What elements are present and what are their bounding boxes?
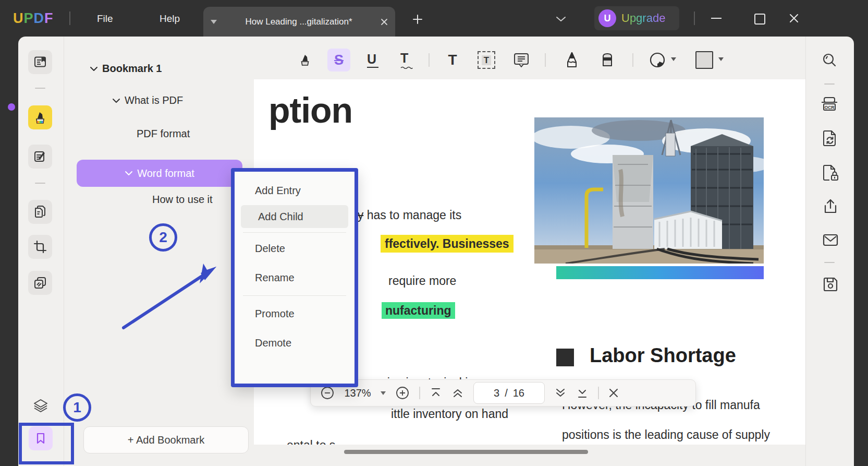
doc-line-4-highlight-green: nufacturing xyxy=(382,304,455,318)
tab-dropdown-icon[interactable] xyxy=(211,20,217,24)
zoom-level-value: 137% xyxy=(344,387,371,399)
reader-mode-icon[interactable] xyxy=(28,50,52,74)
file-menu[interactable]: File xyxy=(97,13,113,25)
tab-close-icon[interactable] xyxy=(381,18,388,26)
document-tab[interactable]: How Leading ...gitalization* xyxy=(203,7,395,37)
menu-item-demote[interactable]: Demote xyxy=(238,331,351,354)
menu-item-delete[interactable]: Delete xyxy=(238,237,351,260)
ocr-icon[interactable]: OCR xyxy=(821,95,838,113)
help-menu[interactable]: Help xyxy=(160,13,180,25)
current-page: 3 xyxy=(494,387,499,399)
crop-pages-icon[interactable] xyxy=(28,235,52,259)
chevron-down-icon[interactable] xyxy=(125,171,133,176)
doc-right-line-2: positions is the leading cause of supply xyxy=(562,428,770,442)
titlebar-divider xyxy=(69,11,70,25)
last-page-button[interactable] xyxy=(576,387,589,399)
search-icon[interactable] xyxy=(822,52,837,68)
zoom-out-button[interactable] xyxy=(320,386,335,400)
save-icon[interactable] xyxy=(823,277,838,292)
email-icon[interactable] xyxy=(822,233,839,247)
step-1-badge: 1 xyxy=(63,393,91,422)
sticker-tool-icon[interactable] xyxy=(646,49,669,71)
right-rail-divider-1 xyxy=(824,83,835,85)
bookmark-item-what-is-pdf[interactable]: What is PDF xyxy=(112,94,183,106)
pager-separator-1 xyxy=(419,387,420,399)
rail-divider-1 xyxy=(35,88,45,89)
doc-line-3: require more xyxy=(388,274,456,288)
horizontal-scrollbar[interactable] xyxy=(344,450,588,454)
eraser-tool-icon[interactable] xyxy=(596,49,619,71)
bookmark-item-how-to-use-it[interactable]: How to use it xyxy=(152,194,213,206)
bookmark-context-menu: Add Entry Add Child Delete Rename Promot… xyxy=(231,168,358,387)
chevron-down-icon[interactable] xyxy=(90,66,98,71)
underline-tool-icon[interactable]: U xyxy=(361,49,384,71)
text-tool-icon[interactable]: T xyxy=(441,49,464,71)
menu-separator-2 xyxy=(243,295,346,296)
right-rail-divider-2 xyxy=(824,262,835,263)
new-tab-button[interactable] xyxy=(413,15,422,24)
next-page-button[interactable] xyxy=(554,387,567,399)
panel-indicator-dot xyxy=(8,103,15,111)
tab-title: How Leading ...gitalization* xyxy=(223,17,374,27)
step-1-highlight-rect xyxy=(19,423,74,464)
maximize-button[interactable] xyxy=(754,14,765,25)
pager-separator-2 xyxy=(598,387,599,399)
first-page-button[interactable] xyxy=(430,387,442,399)
user-avatar[interactable]: U xyxy=(598,9,616,27)
doc-heading-partial: ption xyxy=(268,90,352,130)
pencil-tool-icon[interactable] xyxy=(560,49,583,71)
share-icon[interactable] xyxy=(822,198,839,215)
shape-dropdown-icon[interactable] xyxy=(718,57,724,61)
close-window-button[interactable] xyxy=(789,14,799,23)
page-separator: / xyxy=(505,387,508,399)
main-content-area: Bookmark 1 What is PDF PDF format Word f… xyxy=(18,37,854,466)
chevron-down-icon[interactable] xyxy=(112,98,120,103)
previous-page-button[interactable] xyxy=(451,387,464,399)
protect-file-icon[interactable] xyxy=(822,164,839,182)
updf-logo: UPDF xyxy=(13,10,54,27)
comment-note-tool-icon[interactable] xyxy=(510,49,533,71)
comment-tools-icon-active[interactable] xyxy=(28,105,52,129)
doc-line-2-highlight-yellow: ffectively. Businesses xyxy=(381,237,514,251)
upgrade-button[interactable]: U Upgrade xyxy=(594,6,679,30)
menu-item-rename[interactable]: Rename xyxy=(238,266,351,289)
document-photo-grain-silos xyxy=(534,117,764,264)
bookmark-item-bookmark1[interactable]: Bookmark 1 xyxy=(90,63,162,75)
labor-heading-bullet xyxy=(556,349,574,366)
layers-icon[interactable] xyxy=(33,398,48,413)
minimize-button[interactable] xyxy=(711,18,722,19)
pager-toolbar: 137% 3 / 16 xyxy=(310,379,696,407)
bookmark-item-pdf-format[interactable]: PDF format xyxy=(137,128,190,140)
menu-item-add-entry[interactable]: Add Entry xyxy=(238,179,351,202)
add-bookmark-button[interactable]: + Add Bookmark xyxy=(83,426,249,453)
menu-item-add-child[interactable]: Add Child xyxy=(241,205,348,228)
gradient-divider-bar xyxy=(556,266,764,279)
titlebar-divider-2 xyxy=(694,11,695,25)
zoom-in-button[interactable] xyxy=(395,386,410,400)
extract-pages-icon[interactable] xyxy=(28,271,52,295)
annotate-note-icon[interactable] xyxy=(28,145,52,169)
page-number-input[interactable]: 3 / 16 xyxy=(473,382,545,404)
annotation-arrow xyxy=(117,258,222,334)
text-box-tool-icon[interactable]: T xyxy=(475,49,498,71)
organize-pages-icon[interactable] xyxy=(28,200,52,224)
menu-item-promote[interactable]: Promote xyxy=(238,302,351,325)
strikethrough-tool-icon-active[interactable]: S xyxy=(327,49,350,71)
shape-tool-icon[interactable] xyxy=(693,49,716,71)
squiggly-underline-tool-icon[interactable]: T xyxy=(395,49,418,71)
doc-rail-divider xyxy=(805,37,806,466)
step-2-badge: 2 xyxy=(149,223,177,252)
sticker-dropdown-icon[interactable] xyxy=(671,57,676,61)
tabs-chevron-icon[interactable] xyxy=(556,16,566,22)
doc-line-7-teal-underline: ental to s xyxy=(287,438,335,445)
zoom-dropdown-icon[interactable] xyxy=(381,391,386,395)
menu-separator-1 xyxy=(243,232,346,233)
ocr-label: OCR xyxy=(825,105,835,110)
total-pages: 16 xyxy=(513,387,524,399)
upgrade-label: Upgrade xyxy=(621,11,665,25)
bookmark-item-word-format-selected[interactable]: Word format xyxy=(77,160,242,187)
close-pager-button[interactable] xyxy=(608,388,619,398)
toolbar-separator-2 xyxy=(545,53,546,67)
highlight-tool-icon[interactable] xyxy=(294,49,316,71)
convert-file-icon[interactable] xyxy=(822,129,838,147)
